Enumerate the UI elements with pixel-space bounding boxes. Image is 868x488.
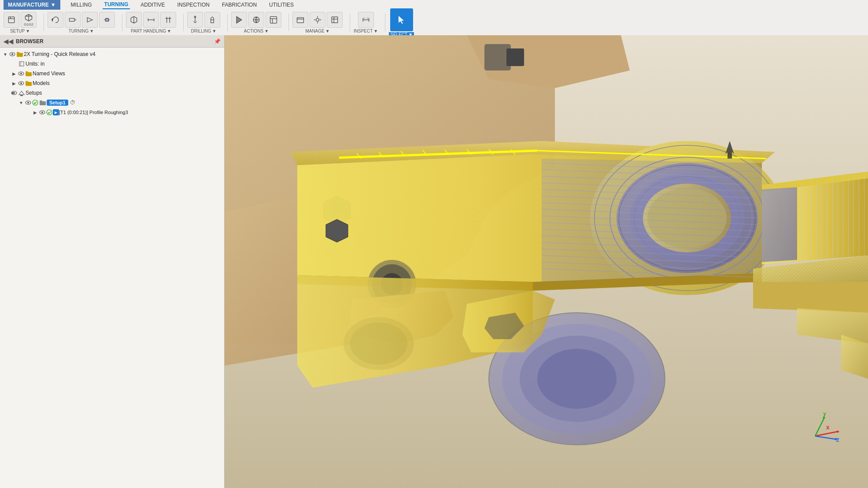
menu-turning[interactable]: TURNING	[103, 0, 130, 9]
turning-btn-4[interactable]	[99, 12, 115, 28]
part-handling-btn-1[interactable]	[126, 12, 142, 28]
named-views-eye-icon[interactable]	[18, 70, 25, 77]
drilling-arrow: ▼	[212, 29, 217, 33]
setup1-folder-icon	[39, 99, 47, 107]
svg-rect-9	[106, 18, 109, 21]
browser-content: ▼ 2X Turning - Quick Release v4 ▶ Units:…	[0, 48, 224, 119]
part-handling-label[interactable]: PART HANDLING ▼	[131, 29, 171, 33]
setups-icon	[18, 89, 26, 97]
toolbar-group-select: SELECT ▼	[389, 8, 414, 37]
turning-icons	[48, 12, 115, 28]
drilling-btn-1[interactable]	[187, 12, 203, 28]
models-label: Models	[33, 80, 221, 86]
svg-marker-113	[753, 282, 868, 313]
setup-icons: G1G2	[4, 12, 37, 28]
tree-root[interactable]: ▼ 2X Turning - Quick Release v4	[0, 49, 224, 59]
sep-3	[183, 14, 184, 31]
operation-check-icon[interactable]	[46, 109, 53, 116]
models-arrow[interactable]: ▶	[11, 81, 18, 86]
menu-additive[interactable]: ADDITIVE	[139, 1, 166, 9]
svg-marker-103	[542, 159, 762, 282]
sep-1	[44, 14, 44, 31]
setup-btn-1[interactable]	[4, 12, 19, 28]
svg-marker-126	[837, 430, 839, 433]
actions-btn-2[interactable]	[248, 12, 264, 28]
operation-arrow[interactable]: ▶	[32, 110, 39, 115]
models-eye-icon[interactable]	[18, 80, 25, 87]
svg-point-38	[20, 82, 22, 84]
browser-title: BROWSER	[16, 38, 44, 44]
svg-text:Y: Y	[823, 412, 827, 417]
actions-btn-1[interactable]	[231, 12, 247, 28]
inspect-arrow: ▼	[373, 29, 378, 33]
inspect-btn-1[interactable]	[358, 12, 374, 28]
root-label: 2X Turning - Quick Release v4	[24, 51, 221, 57]
setup1-arrow[interactable]: ▼	[18, 100, 25, 105]
browser-collapse-button[interactable]: ◀◀	[4, 38, 13, 45]
setups-label: Setups	[26, 90, 221, 96]
setup1-check-icon[interactable]	[32, 99, 39, 106]
svg-marker-73	[762, 187, 797, 262]
tree-setups[interactable]: ▼ Setups	[0, 88, 224, 98]
drilling-btn-2[interactable]	[204, 12, 220, 28]
toolbar: MANUFACTURE ▼ MILLING TURNING ADDITIVE I…	[0, 0, 868, 35]
svg-text:X: X	[826, 425, 830, 430]
toolbar-group-setup: G1G2 SETUP ▼	[4, 12, 37, 33]
manufacture-arrow: ▼	[51, 2, 56, 8]
turning-btn-1[interactable]	[48, 12, 63, 28]
viewport: X Y Z	[225, 35, 868, 488]
tree-setup1[interactable]: ▼ Setup1 ⏱	[0, 98, 224, 107]
tree-operation[interactable]: ▶ ▶ [T1 (0:00:21)] Profile Roughing3	[0, 107, 224, 117]
part-handling-arrow: ▼	[167, 29, 171, 33]
inspect-label[interactable]: INSPECT ▼	[354, 29, 378, 33]
turning-btn-2[interactable]	[65, 12, 81, 28]
manage-btn-1[interactable]	[292, 12, 308, 28]
svg-line-125	[815, 432, 837, 436]
manage-label[interactable]: MANAGE ▼	[305, 29, 329, 33]
tree-models[interactable]: ▶ Models	[0, 78, 224, 88]
turning-label[interactable]: TURNING ▼	[69, 29, 94, 33]
setups-eye-icon[interactable]	[11, 89, 18, 96]
tree-named-views[interactable]: ▶ Named Views	[0, 69, 224, 78]
svg-point-21	[316, 18, 319, 21]
turning-btn-3[interactable]	[82, 12, 98, 28]
drilling-label[interactable]: DRILLING ▼	[191, 29, 216, 33]
setup-label[interactable]: SETUP ▼	[10, 29, 30, 33]
select-button[interactable]	[390, 8, 413, 31]
manage-btn-2[interactable]	[310, 12, 325, 28]
toolbar-group-drilling: DRILLING ▼	[187, 12, 220, 33]
svg-point-44	[33, 100, 38, 105]
root-eye-icon[interactable]	[9, 51, 16, 58]
menu-milling[interactable]: MILLING	[69, 1, 94, 9]
named-views-arrow[interactable]: ▶	[11, 71, 18, 76]
operation-eye-icon[interactable]	[39, 109, 46, 116]
toolbar-group-manage: MANAGE ▼	[292, 12, 343, 33]
menu-fabrication[interactable]: FABRICATION	[220, 1, 259, 9]
tree-units[interactable]: ▶ Units: in	[0, 59, 224, 69]
svg-rect-55	[506, 48, 524, 66]
manage-arrow: ▼	[325, 29, 330, 33]
menu-inspection[interactable]: INSPECTION	[176, 1, 211, 9]
svg-line-129	[815, 436, 835, 439]
part-handling-icons	[126, 12, 176, 28]
part-handling-btn-2[interactable]	[143, 12, 159, 28]
svg-rect-33	[19, 62, 24, 66]
actions-icons	[231, 12, 281, 28]
svg-marker-13	[236, 16, 242, 23]
actions-btn-3[interactable]	[266, 12, 281, 28]
setup1-eye-icon[interactable]	[25, 99, 32, 106]
browser-panel: ◀◀ BROWSER 📌 ▼ 2X Turning - Quick Releas…	[0, 35, 225, 488]
sep-7	[385, 14, 385, 31]
actions-label[interactable]: ACTIONS ▼	[244, 29, 269, 33]
setup-btn-2[interactable]: G1G2	[21, 12, 37, 28]
setups-arrow[interactable]: ▼	[2, 91, 11, 96]
svg-point-43	[27, 102, 29, 104]
menu-utilities[interactable]: UTILITIES	[267, 1, 295, 9]
manage-icons	[292, 12, 343, 28]
sep-6	[350, 14, 350, 31]
toolbar-group-actions: ACTIONS ▼	[231, 12, 281, 33]
browser-pin-icon[interactable]: 📌	[214, 38, 221, 44]
manage-btn-3[interactable]	[327, 12, 343, 28]
part-handling-btn-3[interactable]	[160, 12, 176, 28]
units-label: Units: in	[26, 61, 221, 67]
